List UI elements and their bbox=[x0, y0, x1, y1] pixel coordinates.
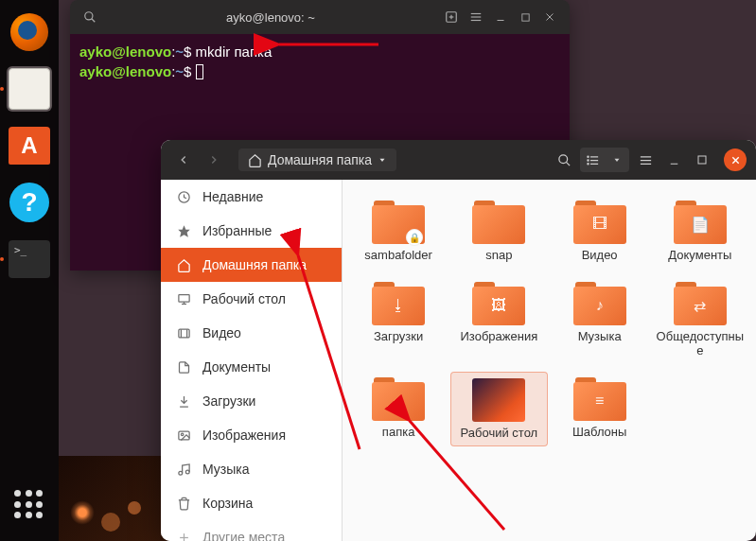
svg-line-14 bbox=[566, 162, 570, 166]
files-icon bbox=[9, 68, 50, 110]
file-label: Музыка bbox=[578, 329, 622, 344]
terminal-command: mkdir папка bbox=[196, 44, 273, 60]
close-button[interactable] bbox=[724, 148, 747, 171]
terminal-icon: >_ bbox=[9, 240, 50, 278]
sidebar-item-label: Документы bbox=[202, 359, 271, 375]
terminal-titlebar[interactable]: ayko@lenovo: ~ bbox=[70, 0, 570, 34]
file-item-4[interactable]: ⭳Загрузки bbox=[350, 276, 447, 364]
file-item-8[interactable]: папка bbox=[350, 372, 447, 447]
svg-rect-26 bbox=[698, 156, 706, 164]
svg-point-39 bbox=[178, 471, 182, 475]
image-icon bbox=[176, 428, 191, 443]
dock-item-software[interactable]: A bbox=[7, 123, 52, 168]
maximize-button[interactable] bbox=[690, 148, 714, 172]
prompt-user: ayko@lenovo bbox=[79, 44, 171, 60]
svg-point-18 bbox=[587, 156, 588, 157]
sidebar-item-label: Видео bbox=[202, 325, 241, 340]
sidebar-item-3[interactable]: Рабочий стол bbox=[161, 282, 342, 316]
sidebar-item-label: Другие места bbox=[202, 530, 285, 541]
file-label: Изображения bbox=[461, 329, 538, 344]
folder-icon: ⇄ bbox=[674, 282, 727, 325]
search-button[interactable] bbox=[552, 148, 576, 172]
dropdown-icon bbox=[378, 155, 387, 165]
file-item-0[interactable]: 🔒sambafolder bbox=[350, 195, 447, 269]
sidebar-item-label: Рабочий стол bbox=[202, 291, 286, 306]
svg-point-0 bbox=[85, 12, 93, 20]
path-label: Домашняя папка bbox=[268, 152, 372, 167]
view-options-button[interactable] bbox=[605, 148, 629, 172]
svg-rect-31 bbox=[178, 294, 188, 302]
list-view-button[interactable] bbox=[580, 148, 605, 172]
new-tab-icon[interactable] bbox=[443, 9, 460, 26]
hamburger-icon[interactable] bbox=[467, 9, 484, 26]
svg-point-13 bbox=[558, 154, 567, 163]
file-item-1[interactable]: snap bbox=[450, 195, 547, 269]
svg-point-38 bbox=[181, 433, 184, 436]
sidebar-item-label: Загрузки bbox=[202, 393, 255, 409]
folder-icon bbox=[472, 201, 525, 244]
search-icon[interactable] bbox=[81, 9, 98, 26]
minimize-button[interactable] bbox=[492, 9, 509, 26]
home-icon bbox=[248, 153, 262, 167]
file-label: Загрузки bbox=[374, 329, 423, 344]
folder-icon: ♪ bbox=[573, 282, 626, 325]
file-label: Рабочий стол bbox=[461, 426, 538, 441]
file-item-2[interactable]: 🎞Видео bbox=[552, 195, 648, 269]
dock-item-firefox[interactable] bbox=[7, 9, 52, 55]
file-label: Общедоступные bbox=[655, 329, 745, 358]
sidebar-item-9[interactable]: Корзина bbox=[161, 486, 342, 520]
show-applications-button[interactable] bbox=[14, 490, 44, 520]
lock-icon: 🔒 bbox=[406, 229, 423, 246]
files-content-area[interactable]: 🔒sambafoldersnap🎞Видео📄Документы⭳Загрузк… bbox=[343, 180, 756, 541]
folder-icon: 🔒 bbox=[372, 201, 425, 244]
back-button[interactable] bbox=[170, 147, 197, 173]
file-item-6[interactable]: ♪Музыка bbox=[552, 276, 648, 364]
folder-icon bbox=[372, 377, 425, 421]
file-item-5[interactable]: 🖼Изображения bbox=[450, 276, 547, 364]
sidebar-item-4[interactable]: Видео bbox=[161, 316, 342, 350]
sidebar-other-places[interactable]: Другие места bbox=[161, 520, 342, 541]
files-window: Домашняя папка НедавниеИзбранные bbox=[161, 140, 756, 541]
path-bar[interactable]: Домашняя папка bbox=[238, 148, 396, 171]
sidebar-item-2[interactable]: Домашняя папка bbox=[161, 248, 342, 282]
svg-point-19 bbox=[587, 159, 588, 160]
maximize-button[interactable] bbox=[517, 9, 534, 26]
doc-icon bbox=[176, 360, 191, 375]
file-item-10[interactable]: ≡Шаблоны bbox=[552, 372, 648, 447]
sidebar-item-6[interactable]: Загрузки bbox=[161, 384, 342, 418]
video-icon bbox=[176, 326, 191, 340]
hamburger-menu-button[interactable] bbox=[633, 148, 658, 172]
folder-icon: ≡ bbox=[573, 377, 626, 421]
wallpaper-preview bbox=[59, 456, 172, 541]
file-label: snap bbox=[485, 248, 512, 263]
terminal-title: ayko@lenovo: ~ bbox=[106, 10, 435, 25]
files-sidebar: НедавниеИзбранныеДомашняя папкаРабочий с… bbox=[161, 180, 343, 541]
sidebar-item-5[interactable]: Документы bbox=[161, 350, 342, 384]
files-headerbar[interactable]: Домашняя папка bbox=[161, 140, 756, 180]
sidebar-item-label: Недавние bbox=[202, 189, 263, 204]
file-label: Шаблоны bbox=[572, 425, 627, 440]
folder-icon: ⭳ bbox=[372, 282, 425, 325]
prompt-user: ayko@lenovo bbox=[79, 63, 171, 79]
desktop-icon bbox=[176, 292, 191, 306]
dock-item-terminal[interactable]: >_ bbox=[7, 236, 52, 282]
file-label: папка bbox=[382, 425, 415, 440]
file-item-3[interactable]: 📄Документы bbox=[652, 195, 748, 269]
file-item-9[interactable]: Рабочий стол bbox=[450, 372, 547, 447]
launcher-dock: A ? >_ bbox=[0, 0, 59, 541]
sidebar-item-1[interactable]: Избранные bbox=[161, 214, 342, 248]
svg-marker-21 bbox=[615, 159, 620, 162]
dock-item-files[interactable] bbox=[7, 66, 52, 112]
svg-point-40 bbox=[185, 470, 189, 474]
sidebar-item-0[interactable]: Недавние bbox=[161, 180, 342, 214]
folder-icon: 📄 bbox=[674, 201, 727, 244]
close-button[interactable] bbox=[541, 9, 558, 26]
software-center-icon: A bbox=[9, 127, 50, 165]
minimize-button[interactable] bbox=[661, 148, 686, 172]
svg-rect-34 bbox=[178, 329, 188, 338]
file-item-7[interactable]: ⇄Общедоступные bbox=[652, 276, 748, 364]
sidebar-item-7[interactable]: Изображения bbox=[161, 418, 342, 452]
forward-button[interactable] bbox=[201, 147, 227, 173]
sidebar-item-8[interactable]: Музыка bbox=[161, 452, 342, 486]
dock-item-help[interactable]: ? bbox=[7, 180, 52, 225]
